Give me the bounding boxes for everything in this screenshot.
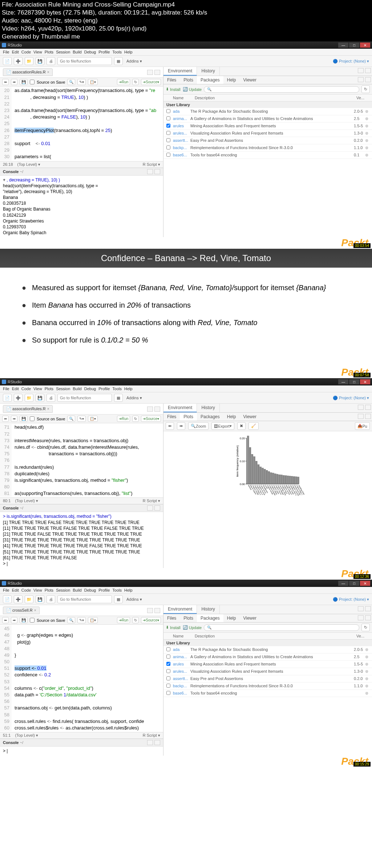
code-line[interactable]: 60cross.sell.rules$rules <- as.character… xyxy=(0,725,163,731)
code-line[interactable]: 76 xyxy=(0,457,163,464)
file-tab-close[interactable]: × xyxy=(47,407,49,411)
code-line[interactable]: 59cross.sell.rules <- find.rules( transa… xyxy=(0,718,163,725)
wand-button[interactable]: ✎▾ xyxy=(77,617,86,623)
scope-level[interactable]: (Top Level) ▾ xyxy=(15,499,38,503)
package-remove-icon[interactable]: ⊗ xyxy=(364,153,369,157)
minimize-pane-icon[interactable] xyxy=(147,70,153,75)
tab-plots[interactable]: Plots xyxy=(180,76,197,84)
package-checkbox[interactable] xyxy=(166,145,170,149)
package-checkbox[interactable] xyxy=(166,647,170,651)
tab-environment[interactable]: Environment xyxy=(163,404,197,412)
file-tab-close[interactable]: × xyxy=(47,70,49,74)
zoom-button[interactable]: 🔍 Zoom xyxy=(188,422,209,430)
rerun-button[interactable]: ↻ xyxy=(132,617,139,623)
code-line[interactable]: 78duplicated(rules) xyxy=(0,471,163,477)
maximize-pane-icon[interactable] xyxy=(365,414,371,419)
menu-session[interactable]: Session xyxy=(56,50,70,54)
menu-profile[interactable]: Profile xyxy=(98,588,110,592)
console[interactable]: > | xyxy=(0,747,163,756)
code-line[interactable]: 74rules.df <- cbind(rules.df, data.frame… xyxy=(0,444,163,451)
publish-button[interactable]: 📤 Pu xyxy=(355,422,370,430)
package-name[interactable]: arules... xyxy=(173,669,190,673)
menu-plots[interactable]: Plots xyxy=(45,387,53,391)
back-button[interactable]: ⬅ xyxy=(2,617,9,623)
back-button[interactable]: ⬅ xyxy=(2,416,9,422)
maximize-pane-icon[interactable] xyxy=(154,70,160,75)
new-project-button[interactable]: ➕ xyxy=(14,595,23,603)
tab-help[interactable]: Help xyxy=(223,413,240,421)
code-line[interactable]: 58 xyxy=(0,712,163,718)
code-line[interactable]: 71head(rules.df) xyxy=(0,424,163,431)
code-line[interactable]: 48 xyxy=(0,645,163,652)
package-checkbox[interactable] xyxy=(166,153,170,157)
menu-file[interactable]: File xyxy=(3,50,9,54)
package-checkbox[interactable] xyxy=(166,655,170,659)
minimize-button[interactable]: — xyxy=(338,43,348,48)
source-on-save-checkbox[interactable] xyxy=(30,416,35,421)
maximize-pane-icon[interactable] xyxy=(154,740,160,745)
wand-button[interactable]: ✎▾ xyxy=(77,416,86,422)
package-name[interactable]: arules... xyxy=(173,131,190,135)
menu-code[interactable]: Code xyxy=(21,588,31,592)
package-search-input[interactable] xyxy=(204,86,359,93)
next-plot-button[interactable]: ➡ xyxy=(177,422,185,430)
code-line[interactable]: 55data.path = 'C:/Section 1/data/data.cs… xyxy=(0,692,163,698)
menu-file[interactable]: File xyxy=(3,588,9,592)
export-button[interactable]: 🖼 Export ▾ xyxy=(211,422,234,430)
menu-session[interactable]: Session xyxy=(56,588,70,592)
menu-plots[interactable]: Plots xyxy=(45,50,53,54)
menu-tools[interactable]: Tools xyxy=(112,387,122,391)
minimize-pane-icon[interactable] xyxy=(147,608,153,613)
report-button[interactable]: 📋▾ xyxy=(88,617,98,623)
code-line[interactable]: 57transactions.obj <- get.txn(data.path,… xyxy=(0,705,163,711)
package-checkbox[interactable] xyxy=(166,676,170,680)
maximize-pane-icon[interactable] xyxy=(154,608,160,613)
maximize-button[interactable]: □ xyxy=(349,379,359,384)
code-line[interactable]: 72 xyxy=(0,431,163,437)
menu-help[interactable]: Help xyxy=(124,588,133,592)
minimize-pane-icon[interactable] xyxy=(358,68,364,73)
print-button[interactable]: 🖨 xyxy=(46,394,55,402)
project-selector[interactable]: 🔵 Project: (None) ▾ xyxy=(333,597,369,602)
menu-tools[interactable]: Tools xyxy=(112,588,122,592)
addins-dropdown[interactable]: Addins ▾ xyxy=(125,58,143,64)
tab-help[interactable]: Help xyxy=(223,76,240,84)
package-checkbox[interactable] xyxy=(166,691,170,695)
code-editor[interactable]: 71head(rules.df)7273interestMeasure(rule… xyxy=(0,423,163,497)
file-tab-close[interactable]: × xyxy=(34,608,36,612)
menu-edit[interactable]: Edit xyxy=(12,588,19,592)
package-remove-icon[interactable]: ⊗ xyxy=(364,145,369,150)
code-editor[interactable]: 20as.data.frame(head(sort(itemFrequency(… xyxy=(0,87,163,161)
install-button[interactable]: ⬇ Install xyxy=(166,625,181,630)
source-button[interactable]: ➔ Source ▾ xyxy=(141,79,161,85)
run-button[interactable]: ➔ Run xyxy=(117,617,130,623)
code-line[interactable]: 27 xyxy=(0,134,163,140)
close-button[interactable]: ✕ xyxy=(360,581,370,586)
code-line[interactable]: 49} xyxy=(0,652,163,659)
menu-help[interactable]: Help xyxy=(124,387,133,391)
minimize-pane-icon[interactable] xyxy=(358,77,364,82)
package-remove-icon[interactable]: ⊗ xyxy=(364,684,369,688)
package-checkbox[interactable] xyxy=(166,662,170,666)
new-project-button[interactable]: ➕ xyxy=(14,394,23,402)
menu-debug[interactable]: Debug xyxy=(84,50,96,54)
package-checkbox[interactable] xyxy=(166,138,170,142)
maximize-pane-icon[interactable] xyxy=(365,77,371,82)
package-checkbox[interactable] xyxy=(166,131,170,135)
console[interactable]: > is.significant(rules, transactions.obj… xyxy=(0,512,163,568)
code-line[interactable]: 53 xyxy=(0,679,163,685)
code-line[interactable]: 21 , decreasing = TRUE), 10) ) xyxy=(0,94,163,101)
grid-button[interactable]: ▦ xyxy=(114,595,123,603)
save-button[interactable]: 💾 xyxy=(36,595,44,603)
tab-history[interactable]: History xyxy=(197,67,219,76)
code-line[interactable]: 23as.data.frame(head(sort(itemFrequency(… xyxy=(0,107,163,114)
clear-all-button[interactable]: 🧹 xyxy=(248,422,259,430)
maximize-pane-icon[interactable] xyxy=(154,407,160,412)
tab-history[interactable]: History xyxy=(197,404,219,412)
package-remove-icon[interactable]: ⊗ xyxy=(364,647,369,652)
close-button[interactable]: ✕ xyxy=(360,43,370,48)
code-line[interactable]: 50 xyxy=(0,659,163,665)
open-file-button[interactable]: 📁 xyxy=(25,57,33,65)
package-checkbox[interactable] xyxy=(166,109,170,113)
package-remove-icon[interactable]: ⊗ xyxy=(364,655,369,659)
